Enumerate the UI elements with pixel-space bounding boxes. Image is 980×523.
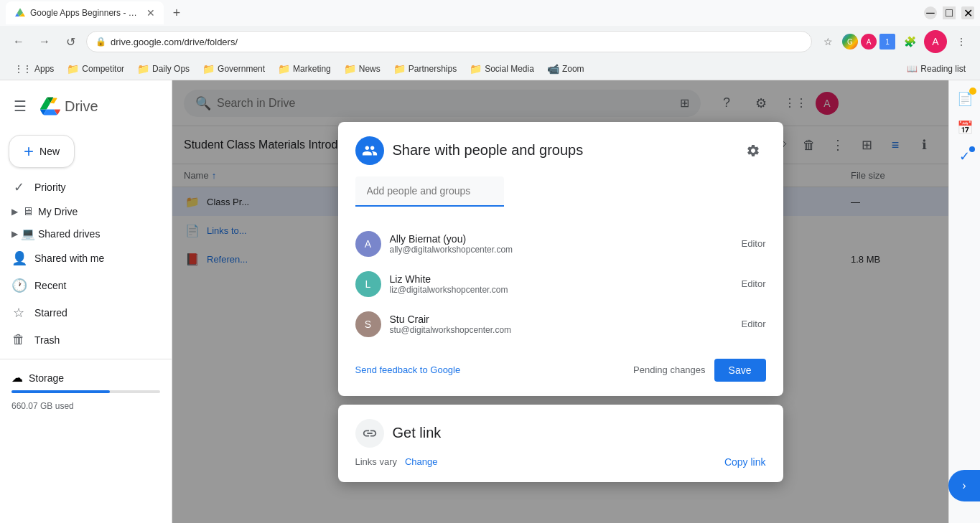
drive-logo-area: ☰ Drive: [0, 86, 172, 132]
person-email-liz: liz@digitalworkshopcenter.com: [390, 285, 733, 295]
person-role-stu[interactable]: Editor: [742, 319, 766, 329]
copy-link-button[interactable]: Copy link: [724, 456, 766, 468]
get-link-card: Get link Links vary Change Copy link: [338, 405, 783, 482]
people-list: A Ally Biernat (you) ally@digitalworksho…: [338, 218, 783, 350]
change-link-button[interactable]: Change: [405, 456, 438, 467]
drive-logo: Drive: [40, 96, 98, 116]
person-row: S Stu Crair stu@digitalworkshopcenter.co…: [338, 304, 783, 344]
person-email-ally: ally@digitalworkshopcenter.com: [390, 245, 733, 255]
add-people-input[interactable]: [355, 176, 504, 207]
person-name-liz: Liz White: [390, 273, 733, 285]
browser-menu-button[interactable]: ⋮: [951, 32, 971, 52]
browser-actions: ☆ G A 1 🧩 A ⋮: [818, 30, 971, 53]
right-sidebar-docs-button[interactable]: 📄: [952, 86, 978, 112]
window-maximize[interactable]: □: [943, 6, 956, 19]
sidebar-label-shared-with-me: Shared with me: [34, 253, 104, 264]
bookmark-competitor[interactable]: 📁 Competitor: [61, 60, 130, 77]
trash-icon: 🗑: [11, 332, 26, 347]
sidebar-collapse-button[interactable]: ›: [948, 470, 980, 501]
pending-changes-label: Pending changes: [633, 364, 705, 375]
person-row: A Ally Biernat (you) ally@digitalworksho…: [338, 224, 783, 264]
starred-icon: ☆: [11, 305, 26, 321]
google-account-icon[interactable]: G: [842, 34, 858, 50]
sidebar-item-recent[interactable]: 🕐 Recent: [0, 272, 163, 299]
active-tab[interactable]: Google Apps Beginners - Studen ✕: [6, 1, 164, 24]
share-settings-button[interactable]: [740, 138, 766, 164]
settings-gear-icon: [746, 143, 760, 158]
bookmark-government[interactable]: 📁 Government: [197, 60, 271, 77]
sidebar-label-recent: Recent: [34, 280, 66, 291]
address-bar[interactable]: 🔒 drive.google.com/drive/folders/: [86, 31, 812, 52]
person-name-ally: Ally Biernat (you): [390, 233, 733, 245]
person-avatar-ally: A: [355, 231, 381, 257]
sidebar-item-my-drive[interactable]: ▶ 🖥 My Drive: [0, 201, 163, 222]
hamburger-menu-button[interactable]: ☰: [6, 92, 34, 121]
browser-controls: ← → ↺ 🔒 drive.google.com/drive/folders/ …: [0, 26, 980, 57]
bookmark-marketing[interactable]: 📁 Marketing: [272, 60, 337, 77]
storage-bar-fill: [11, 390, 110, 393]
sidebar-item-starred[interactable]: ☆ Starred: [0, 299, 163, 326]
window-close[interactable]: ✕: [961, 6, 974, 19]
recent-icon: 🕐: [11, 278, 26, 293]
right-sidebar-extra-button[interactable]: ✓: [952, 143, 978, 169]
browser-chrome: Google Apps Beginners - Studen ✕ + ─ □ ✕…: [0, 0, 980, 80]
lock-icon: 🔒: [95, 37, 106, 47]
new-tab-button[interactable]: +: [167, 3, 187, 23]
link-icon: [355, 419, 384, 448]
get-link-header: Get link: [355, 419, 766, 448]
refresh-button[interactable]: ↺: [60, 32, 80, 52]
bookmark-apps[interactable]: ⋮⋮ Apps: [9, 61, 60, 77]
forward-button[interactable]: →: [34, 32, 55, 52]
my-drive-expand-icon: ▶: [11, 207, 18, 217]
sidebar-item-shared-drives[interactable]: ▶ 💻 Shared drives: [0, 222, 163, 245]
google-drive-app: ☰ Drive + New ✓ Priority: [0, 80, 980, 523]
profile-icon-2[interactable]: A: [861, 34, 877, 50]
sidebar-label-my-drive: My Drive: [38, 206, 78, 217]
calendar-icon: 📅: [957, 120, 973, 136]
sidebar-item-shared-with-me[interactable]: 👤 Shared with me: [0, 245, 163, 272]
storage-icon: ☁: [11, 371, 23, 385]
save-button[interactable]: Save: [714, 359, 766, 382]
share-footer-right: Pending changes Save: [633, 359, 765, 382]
share-dialog-title: Share with people and groups: [393, 142, 584, 159]
bookmark-partnerships[interactable]: 📁 Partnerships: [388, 60, 462, 77]
storage-label: Storage: [29, 372, 64, 384]
modal-overlay: Share with people and groups A: [172, 80, 948, 523]
new-button[interactable]: + New: [9, 135, 75, 168]
shared-with-me-icon: 👤: [11, 250, 26, 266]
bookmarks-bar: ⋮⋮ Apps 📁 Competitor 📁 Daily Ops 📁 Gover…: [0, 57, 980, 80]
new-plus-icon: +: [24, 143, 34, 160]
person-email-stu: stu@digitalworkshopcenter.com: [390, 325, 733, 335]
checkmark-icon: ✓: [959, 149, 970, 164]
reading-list-button[interactable]: 📖 Reading list: [901, 61, 971, 77]
sidebar-item-trash[interactable]: 🗑 Trash: [0, 326, 163, 353]
right-sidebar: 📄 📅 ✓ ›: [948, 80, 980, 523]
back-button[interactable]: ←: [9, 32, 29, 52]
person-role-liz[interactable]: Editor: [742, 278, 766, 289]
shared-drives-expand-icon: ▶: [11, 229, 18, 239]
sidebar-label-priority: Priority: [34, 182, 66, 193]
extensions-button[interactable]: 🧩: [900, 32, 920, 52]
sidebar-item-priority[interactable]: ✓ Priority: [0, 174, 163, 201]
priority-icon: ✓: [11, 179, 26, 195]
tab-bar: Google Apps Beginners - Studen ✕ + ─ □ ✕: [0, 0, 980, 26]
person-info-liz: Liz White liz@digitalworkshopcenter.com: [390, 273, 733, 295]
my-drive-icon: 🖥: [21, 205, 35, 218]
share-dialog-header: Share with people and groups: [338, 122, 783, 176]
user-profile-button[interactable]: A: [924, 30, 947, 53]
drive-logo-icon: [40, 96, 60, 116]
right-sidebar-calendar-button[interactable]: 📅: [952, 115, 978, 141]
bookmark-star-button[interactable]: ☆: [818, 32, 838, 52]
feedback-link[interactable]: Send feedback to Google: [355, 364, 461, 375]
bookmark-social-media[interactable]: 📁 Social Media: [464, 60, 540, 77]
storage-used-text: 660.07 GB used: [11, 401, 74, 411]
bookmark-zoom[interactable]: 📹 Zoom: [541, 60, 590, 77]
bookmark-daily-ops[interactable]: 📁 Daily Ops: [131, 60, 195, 77]
window-minimize[interactable]: ─: [924, 6, 937, 19]
drive-favicon: [14, 7, 26, 19]
person-role-ally[interactable]: Editor: [742, 238, 766, 249]
get-link-body: Links vary Change Copy link: [355, 456, 766, 468]
tab-close-button[interactable]: ✕: [146, 7, 155, 19]
bookmark-news[interactable]: 📁 News: [338, 60, 386, 77]
profile-icon-3[interactable]: 1: [879, 34, 895, 50]
